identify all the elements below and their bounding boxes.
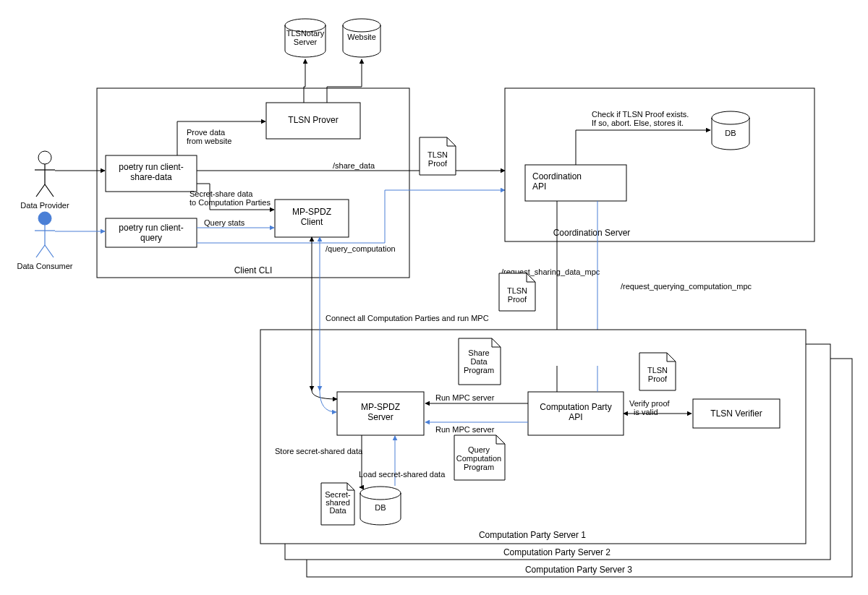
svg-text:Run MPC server: Run MPC server: [435, 425, 495, 434]
svg-line-22: [36, 245, 45, 257]
svg-line-17: [45, 184, 54, 197]
svg-text:Prove datafrom website: Prove datafrom website: [187, 128, 231, 145]
tlsn-proof-doc-2: TLSNProof: [499, 273, 535, 311]
svg-text:Computation Party Server 2: Computation Party Server 2: [503, 547, 610, 557]
architecture-diagram: TLSNotaryServer Website Client CLI TLSN …: [0, 0, 868, 595]
svg-text:TLSNProof: TLSNProof: [427, 150, 448, 168]
party-db: DB: [360, 487, 401, 525]
svg-text:TLSN Verifier: TLSN Verifier: [710, 408, 762, 419]
website-db: Website: [343, 19, 380, 57]
svg-line-23: [45, 245, 54, 257]
client-cli-title: Client CLI: [234, 265, 273, 275]
svg-text:/share_data: /share_data: [333, 161, 375, 170]
svg-text:TLSNProof: TLSNProof: [507, 286, 527, 304]
svg-text:Check if TLSN Proof exists.If : Check if TLSN Proof exists.If so, abort.…: [592, 110, 689, 127]
data-consumer-actor: Data Consumer: [17, 212, 72, 270]
svg-text:Computation Party Server 3: Computation Party Server 3: [525, 565, 632, 575]
coordination-server-title: Coordination Server: [553, 228, 631, 238]
svg-text:Connect all Computation Partie: Connect all Computation Parties and run …: [326, 314, 489, 322]
svg-text:/request_querying_computation_: /request_querying_computation_mpc: [621, 282, 752, 291]
svg-text:Computation Party Server 1: Computation Party Server 1: [479, 530, 586, 540]
svg-text:TLSN Prover: TLSN Prover: [288, 115, 338, 125]
svg-text:Data Consumer: Data Consumer: [17, 262, 72, 270]
svg-text:DB: DB: [375, 503, 386, 512]
tlsn-proof-doc-1: TLSNProof: [420, 137, 456, 175]
svg-line-16: [36, 184, 45, 197]
svg-text:Store secret-shared data: Store secret-shared data: [275, 447, 363, 455]
share-data-program-doc: ShareDataProgram: [459, 338, 501, 385]
query-computation-program-doc: QueryComputationProgram: [454, 435, 505, 480]
svg-text:Load secret-shared data: Load secret-shared data: [359, 470, 446, 479]
svg-text:Data Provider: Data Provider: [20, 201, 69, 210]
svg-text:DB: DB: [725, 129, 736, 137]
coordination-db: DB: [712, 111, 749, 150]
svg-text:Query stats: Query stats: [204, 218, 245, 227]
data-provider-actor: Data Provider: [20, 151, 69, 210]
svg-text:Run MPC server: Run MPC server: [435, 393, 495, 402]
svg-text:Website: Website: [347, 33, 376, 41]
svg-point-13: [38, 151, 51, 164]
svg-point-19: [38, 212, 51, 225]
secret-shared-data-doc: Secret-sharedData: [321, 483, 354, 525]
tlsn-proof-doc-3: TLSNProof: [639, 353, 676, 390]
svg-text:TLSNProof: TLSNProof: [647, 366, 668, 383]
svg-text:/query_computation: /query_computation: [326, 244, 396, 253]
tlsnotary-server-db: TLSNotaryServer: [285, 19, 326, 57]
